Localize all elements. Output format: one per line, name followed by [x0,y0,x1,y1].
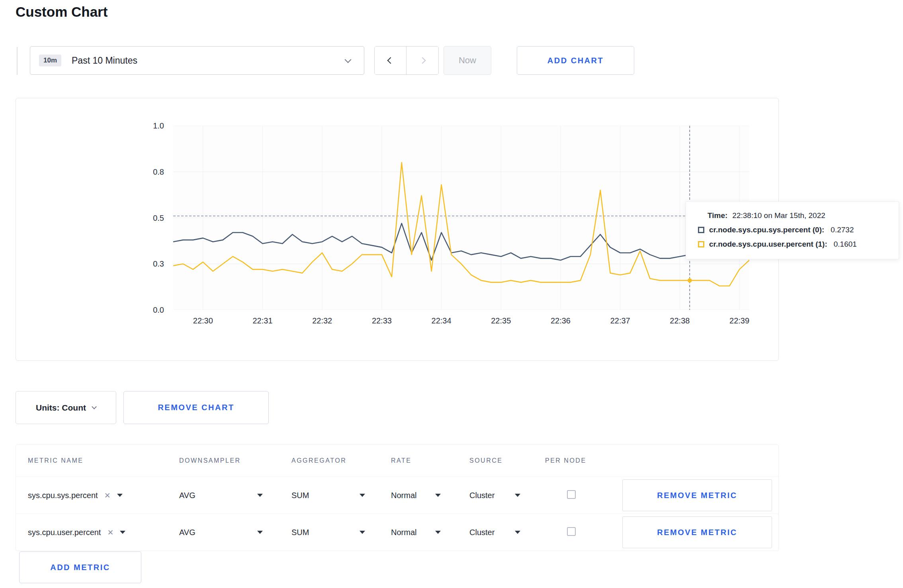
source-value: Cluster [469,528,494,537]
x-axis-tick-label: 22:35 [491,316,511,325]
x-axis-tick-label: 22:38 [670,316,690,325]
aggregator-select[interactable]: SUM [291,528,365,537]
clear-icon[interactable]: ✕ [107,528,113,537]
tooltip-series-name: cr.node.sys.cpu.user.percent (1): [709,240,827,249]
x-axis-tick-label: 22:32 [312,316,332,325]
y-axis: 0.00.30.50.81.0 [16,126,164,310]
tooltip-time-label: Time: [708,211,727,220]
time-nav-group [374,46,439,75]
metric-name: sys.cpu.sys.percent [28,491,98,500]
chart-canvas [173,126,749,310]
time-window-dropdown[interactable]: 10m Past 10 Minutes [30,46,364,75]
rate-value: Normal [391,491,416,500]
metric-name: sys.cpu.user.percent [28,528,101,537]
toolbar-divider [17,47,18,75]
custom-chart-page: Custom Chart 10m Past 10 Minutes Now ADD… [0,0,903,588]
y-axis-tick-label: 0.8 [153,167,164,176]
y-axis-tick-label: 0.5 [153,213,164,222]
time-window-label: Past 10 Minutes [72,55,137,66]
chevron-down-icon [92,404,97,409]
add-chart-button[interactable]: ADD CHART [517,46,634,75]
units-dropdown[interactable]: Units: Count [16,391,116,424]
chevron-right-icon [419,57,426,64]
x-axis-tick-label: 22:33 [372,316,392,325]
series-swatch-icon [698,227,704,233]
page-title: Custom Chart [16,4,108,20]
metric-select[interactable]: sys.cpu.user.percent ✕ [28,528,179,537]
y-axis-tick-label: 0.3 [153,259,164,269]
tooltip-series-name: cr.node.sys.cpu.sys.percent (0): [709,226,824,234]
add-metric-button[interactable]: ADD METRIC [19,551,141,583]
header-rate: RATE [391,457,469,464]
caret-down-icon [257,531,263,534]
tooltip-series-value: 0.1601 [834,240,857,249]
remove-metric-button[interactable]: REMOVE METRIC [622,479,772,511]
caret-down-icon [360,494,365,497]
rate-select[interactable]: Normal [391,491,441,500]
chart-tooltip: Time: 22:38:10 on Mar 15th, 2022 cr.node… [686,201,899,259]
x-axis-tick-label: 22:31 [253,316,273,325]
x-axis-tick-label: 22:39 [729,316,749,325]
units-label: Units: Count [36,403,86,413]
table-row: sys.cpu.user.percent ✕ AVG SUM Normal Cl… [16,514,778,551]
now-button[interactable]: Now [444,46,491,75]
series-swatch-icon [698,241,704,247]
caret-down-icon [515,531,520,534]
aggregator-select[interactable]: SUM [291,491,365,500]
x-axis-tick-label: 22:30 [193,316,213,325]
header-downsampler: DOWNSAMPLER [179,457,291,464]
caret-down-icon [257,494,263,497]
caret-down-icon [360,531,365,534]
x-axis-tick-label: 22:36 [551,316,571,325]
header-per-node: PER NODE [545,457,622,464]
caret-down-icon [435,531,441,534]
time-window-badge: 10m [39,55,61,66]
source-select[interactable]: Cluster [469,528,520,537]
aggregator-value: SUM [291,491,309,500]
header-source: SOURCE [469,457,545,464]
tooltip-series-value: 0.2732 [831,226,854,234]
caret-down-icon [117,494,123,497]
y-axis-tick-label: 0.0 [153,306,164,315]
remove-metric-button[interactable]: REMOVE METRIC [622,516,772,548]
table-row: sys.cpu.sys.percent ✕ AVG SUM Normal Clu… [16,477,778,514]
chart-card: 0.00.30.50.81.0 22:3022:3122:3222:3322:3… [16,98,779,361]
next-interval-button[interactable] [407,47,438,74]
y-axis-tick-label: 1.0 [153,121,164,130]
metric-select[interactable]: sys.cpu.sys.percent ✕ [28,491,179,500]
table-header-row: METRIC NAME DOWNSAMPLER AGGREGATOR RATE … [16,445,778,477]
chevron-left-icon [387,57,394,64]
metrics-table: METRIC NAME DOWNSAMPLER AGGREGATOR RATE … [16,444,779,551]
header-metric-name: METRIC NAME [28,457,179,464]
caret-down-icon [435,494,441,497]
prev-interval-button[interactable] [375,47,407,74]
chevron-down-icon [345,56,352,63]
source-value: Cluster [469,491,494,500]
remove-chart-button[interactable]: REMOVE CHART [123,391,269,424]
downsampler-value: AVG [179,528,195,537]
downsampler-select[interactable]: AVG [179,491,263,500]
chart-plot-area[interactable] [173,126,749,310]
tooltip-time-row: Time: 22:38:10 on Mar 15th, 2022 [698,211,888,220]
source-select[interactable]: Cluster [469,491,520,500]
rate-value: Normal [391,528,416,537]
tooltip-time-value: 22:38:10 on Mar 15th, 2022 [732,211,825,220]
x-axis-tick-label: 22:37 [610,316,630,325]
header-aggregator: AGGREGATOR [291,457,391,464]
x-axis: 22:3022:3122:3222:3322:3422:3522:3622:37… [173,316,749,330]
tooltip-series-row: cr.node.sys.cpu.sys.percent (0): 0.2732 [698,226,888,234]
clear-icon[interactable]: ✕ [104,491,111,500]
tooltip-series-row: cr.node.sys.cpu.user.percent (1): 0.1601 [698,240,888,249]
per-node-checkbox[interactable] [567,490,576,499]
downsampler-value: AVG [179,491,195,500]
caret-down-icon [515,494,520,497]
caret-down-icon [120,531,125,534]
downsampler-select[interactable]: AVG [179,528,263,537]
rate-select[interactable]: Normal [391,528,441,537]
aggregator-value: SUM [291,528,309,537]
x-axis-tick-label: 22:34 [432,316,452,325]
per-node-checkbox[interactable] [567,527,576,536]
